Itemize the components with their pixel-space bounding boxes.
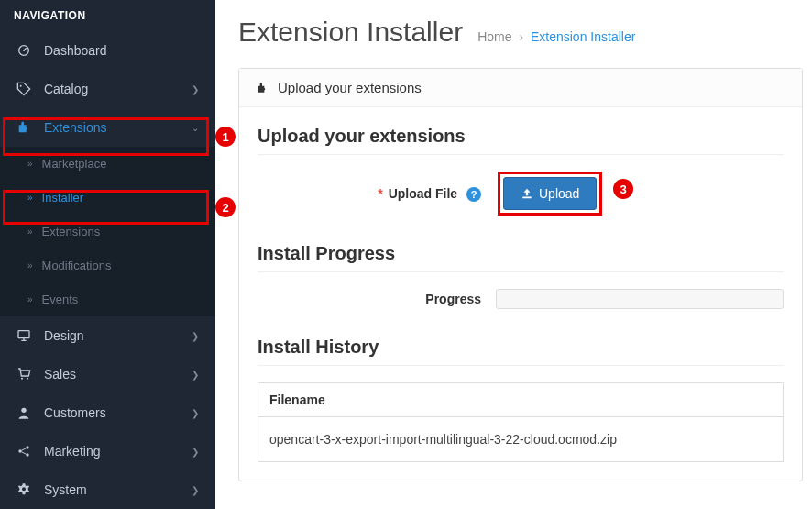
tag-icon [16,82,35,96]
help-icon[interactable]: ? [466,187,481,202]
double-chevron-icon: » [27,227,33,237]
table-row: opencart-3-x-export-import-multilingual-… [258,417,784,462]
desktop-icon [16,328,35,343]
sidebar-item-label: System [44,482,192,497]
double-chevron-icon: » [27,159,33,169]
chevron-right-icon: ❯ [192,408,199,418]
upload-row: * Upload File ? Upload 3 [258,172,784,216]
sidebar-item-customers[interactable]: Customers ❯ [0,393,215,432]
main-content: Extension Installer Home › Extension Ins… [215,0,812,509]
cart-icon [16,367,35,382]
sidebar-item-label: Design [44,328,192,343]
chevron-right-icon: ❯ [192,370,199,380]
puzzle-icon [16,120,35,135]
history-table: Filename opencart-3-x-export-import-mult… [258,382,784,462]
upload-icon [521,187,533,200]
svg-point-5 [27,378,28,380]
svg-point-10 [22,487,26,491]
sidebar-item-sales[interactable]: Sales ❯ [0,355,215,393]
chevron-right-icon: ❯ [192,84,199,94]
dashboard-icon [16,43,35,58]
share-icon [16,444,35,459]
sidebar-item-catalog[interactable]: Catalog ❯ [0,70,215,108]
table-header-row: Filename [258,383,784,417]
divider [258,365,784,366]
divider [258,154,784,155]
svg-point-4 [21,378,23,380]
upload-section-title: Upload your extensions [258,126,784,147]
breadcrumb: Home › Extension Installer [477,29,635,44]
sidebar-item-extensions[interactable]: Extensions ⌄ [0,108,215,147]
upload-label: * Upload File ? [258,186,496,202]
page-header: Extension Installer Home › Extension Ins… [238,0,803,68]
svg-point-6 [21,408,26,413]
sidebar-subitem-modifications[interactable]: » Modifications [0,249,215,282]
double-chevron-icon: » [27,260,33,271]
sidebar-subitem-extensions[interactable]: » Extensions [0,215,215,249]
sidebar-item-label: Extensions [44,120,192,135]
panel-heading: Upload your extensions [239,69,802,107]
sidebar-subitem-label: Marketplace [42,157,107,171]
annotation-badge-1: 1 [215,127,236,147]
breadcrumb-home[interactable]: Home [477,29,511,44]
sidebar-subitem-events[interactable]: » Events [0,282,215,316]
progress-section-title: Install Progress [258,243,784,264]
history-section-title: Install History [258,337,784,358]
double-chevron-icon: » [27,193,33,203]
sidebar-item-label: Marketing [44,444,192,459]
upload-control: Upload 3 [496,172,784,216]
panel-body: Upload your extensions * Upload File ? U… [239,107,802,481]
chevron-right-icon: ❯ [192,331,199,341]
sidebar-item-label: Customers [44,405,192,420]
breadcrumb-current[interactable]: Extension Installer [531,29,635,44]
sidebar-subitem-label: Modifications [42,259,112,272]
chevron-down-icon: ⌄ [192,123,199,133]
required-asterisk: * [378,186,382,201]
divider [258,271,784,272]
chevron-right-icon: ❯ [192,447,199,457]
filename-cell: opencart-3-x-export-import-multilingual-… [258,417,784,462]
annotation-box-3: Upload [498,172,602,216]
double-chevron-icon: » [27,294,33,304]
svg-point-7 [18,449,21,452]
progress-label: Progress [258,292,496,306]
panel-heading-text: Upload your extensions [278,80,422,95]
sidebar-item-marketing[interactable]: Marketing ❯ [0,432,215,470]
chevron-right-icon: ❯ [192,485,199,495]
page-title: Extension Installer [238,17,463,48]
puzzle-icon [256,82,269,94]
col-filename-header: Filename [258,383,784,417]
sidebar: NAVIGATION Dashboard Catalog ❯ 1 Extensi… [0,0,215,509]
progress-bar [496,289,784,309]
gear-icon [16,482,35,497]
svg-rect-3 [18,331,29,338]
progress-row: Progress [258,289,784,309]
sidebar-subitem-label: Events [42,293,79,306]
sidebar-subitem-marketplace[interactable]: » Marketplace [0,147,215,181]
sidebar-subitem-label: Installer [42,191,84,205]
sidebar-item-dashboard[interactable]: Dashboard [0,31,215,70]
upload-button[interactable]: Upload [503,177,597,210]
upload-button-label: Upload [539,186,579,201]
upload-label-text: Upload File [389,186,457,201]
sidebar-item-system[interactable]: System ❯ [0,470,215,509]
svg-point-2 [20,85,22,87]
sidebar-subitem-installer[interactable]: » Installer [0,181,215,215]
sidebar-submenu-extensions: » Marketplace 2 » Installer » Extensions… [0,147,215,316]
sidebar-subitem-label: Extensions [42,225,101,238]
breadcrumb-separator: › [519,29,523,44]
main-panel: Upload your extensions Upload your exten… [238,68,803,481]
svg-point-1 [23,50,25,51]
nav-header: NAVIGATION [0,0,215,31]
svg-point-9 [26,453,28,456]
sidebar-item-design[interactable]: Design ❯ [0,316,215,355]
sidebar-item-label: Dashboard [44,43,199,58]
user-icon [16,405,35,420]
annotation-badge-2: 2 [215,197,236,217]
sidebar-item-label: Catalog [44,82,192,96]
sidebar-item-label: Sales [44,367,192,382]
annotation-badge-3: 3 [613,179,633,199]
svg-point-8 [26,446,28,448]
